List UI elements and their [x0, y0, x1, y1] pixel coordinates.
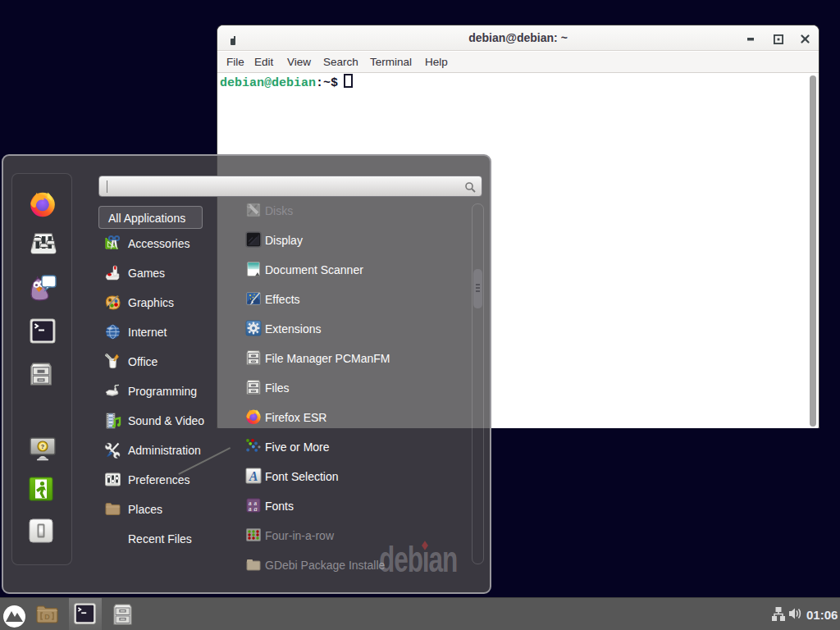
svg-text:?: ? [41, 444, 44, 450]
svg-text:D: D [44, 613, 50, 621]
svg-text:A: A [249, 469, 258, 483]
svg-text:a: a [254, 505, 258, 513]
svg-text:a: a [249, 505, 252, 513]
